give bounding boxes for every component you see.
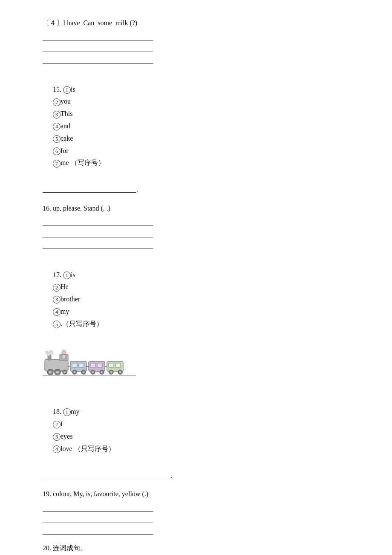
answer-line [43, 525, 153, 535]
answer-line [43, 228, 153, 237]
circle-4: 4 [53, 308, 61, 316]
answer-line [43, 54, 153, 64]
circle-5: 5 [53, 135, 61, 143]
dot-end: . [170, 472, 172, 480]
svg-point-4 [49, 350, 53, 355]
q4-prev-answer-lines [43, 31, 349, 64]
circle-2: 2 [53, 421, 61, 428]
question-17: 17. 1is 2He 3brother 4my 5.（只写序号） [43, 257, 349, 386]
svg-point-48 [62, 350, 66, 355]
answer-line [43, 514, 153, 523]
q19-text: 19. colour, My, is, favourite, yellow (.… [43, 488, 349, 500]
circle-6: 6 [53, 147, 61, 155]
svg-point-5 [46, 351, 48, 353]
svg-point-20 [83, 371, 84, 373]
circle-2: 2 [53, 98, 61, 106]
svg-rect-30 [115, 363, 121, 367]
svg-rect-29 [109, 363, 114, 367]
answer-line [43, 217, 153, 226]
circle-1: 1 [63, 408, 71, 416]
question-15: 15. 1is 2you 3This 4and 5cake 6for 7me （… [43, 71, 349, 195]
train-illustration [43, 347, 136, 381]
answer-line [43, 469, 170, 478]
q20-header: 20. 连词成句。 [43, 542, 349, 555]
circle-2: 2 [53, 284, 61, 292]
circle-3: 3 [53, 433, 61, 441]
q15-text: 15. 1is 2you 3This 4and 5cake 6for 7me （… [43, 71, 349, 182]
circle-1: 1 [63, 272, 71, 279]
q19-answer-lines [43, 502, 349, 535]
circle-5: 5 [53, 321, 61, 328]
circle-3: 3 [53, 296, 61, 304]
svg-rect-16 [79, 363, 84, 367]
question-19: 19. colour, My, is, favourite, yellow (.… [43, 488, 349, 535]
dot-end: . [136, 186, 138, 194]
answer-line [43, 240, 153, 249]
circle-4: 4 [53, 123, 61, 130]
question-4-prev: 〔４〕I have Can some milk (?) [43, 17, 349, 64]
svg-point-18 [74, 371, 75, 373]
answer-line [43, 183, 136, 193]
svg-rect-23 [97, 363, 102, 367]
svg-point-32 [110, 371, 112, 373]
svg-point-25 [92, 371, 94, 373]
svg-rect-22 [90, 363, 95, 367]
svg-point-27 [101, 371, 103, 373]
question-18: 18. 1my 2I 3eyes 4love （只写序号） . [43, 393, 349, 480]
q16-answer-lines [43, 217, 349, 249]
svg-rect-49 [62, 355, 66, 359]
circle-7: 7 [53, 160, 61, 168]
q4-prev-text: 〔４〕I have Can some milk (?) [43, 17, 349, 29]
q15-answer-row: . [43, 183, 349, 195]
answer-line [43, 43, 153, 52]
q18-answer-row: . [43, 469, 349, 480]
answer-line [43, 502, 153, 512]
circle-4: 4 [53, 445, 61, 453]
q18-text: 18. 1my 2I 3eyes 4love （只写序号） [43, 393, 349, 467]
answer-line [43, 31, 153, 40]
question-20: 20. 连词成句。 〔１〕has It a long nose(.) 〔２〕gi… [43, 542, 349, 555]
circle-3: 3 [53, 111, 61, 119]
svg-rect-15 [72, 363, 77, 367]
q16-text: 16. up, please, Stand (, .) [43, 202, 349, 215]
question-16: 16. up, please, Stand (, .) [43, 202, 349, 249]
q17-text: 17. 1is 2He 3brother 4my 5.（只写序号） [43, 257, 349, 343]
circle-1: 1 [63, 86, 71, 94]
svg-point-12 [64, 371, 66, 373]
svg-point-34 [119, 371, 121, 373]
page-content: 〔４〕I have Can some milk (?) 15. 1is 2you… [43, 17, 349, 555]
